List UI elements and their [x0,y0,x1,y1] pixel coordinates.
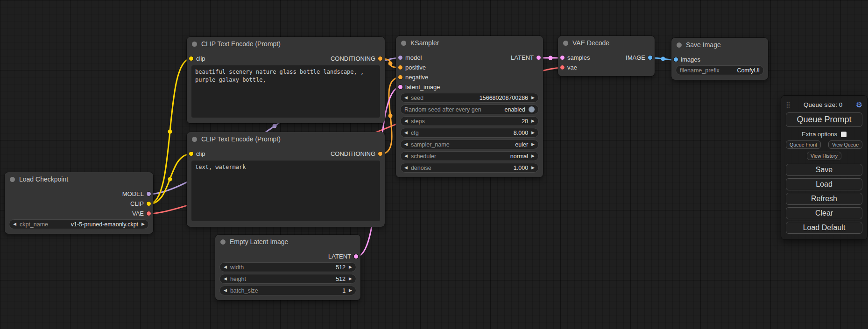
vae-input-dot[interactable] [560,65,565,70]
node-title-bar[interactable]: CLIP Text Encode (Prompt) [187,132,385,146]
arrow-right-icon[interactable]: ▶ [531,119,535,123]
arrow-left-icon[interactable]: ◀ [13,222,16,226]
arrow-right-icon[interactable]: ▶ [349,277,352,281]
steps-widget[interactable]: ◀ steps 20 ▶ [400,116,539,126]
view-queue-button[interactable]: View Queue [828,140,862,149]
arrow-left-icon[interactable]: ◀ [224,277,227,281]
positive-input-dot[interactable] [398,65,402,70]
input-slot-clip[interactable]: clip [189,150,205,157]
arrow-right-icon[interactable]: ▶ [349,265,352,269]
arrow-left-icon[interactable]: ◀ [404,154,408,158]
input-slot-model[interactable]: model [398,54,422,61]
prompt-textarea[interactable]: beautiful scenery nature glass bottle la… [191,65,380,118]
arrow-right-icon[interactable]: ▶ [531,142,535,147]
vae-output-dot[interactable] [147,211,151,216]
node-ksampler[interactable]: KSampler model LATENT positive [396,36,543,177]
collapse-dot-icon[interactable] [192,42,197,47]
refresh-button[interactable]: Refresh [786,193,862,205]
node-title-bar[interactable]: Empty Latent Image [215,235,360,249]
output-slot-conditioning[interactable]: CONDITIONING [331,150,382,157]
seed-widget[interactable]: ◀ seed 156680208700286 ▶ [400,93,539,103]
scheduler-widget[interactable]: ◀ scheduler normal ▶ [400,151,539,161]
batch-size-widget[interactable]: ◀ batch_size 1 ▶ [219,286,356,295]
output-slot-model[interactable]: MODEL [122,190,151,197]
arrow-right-icon[interactable]: ▶ [531,131,535,135]
clip-output-dot[interactable] [147,202,151,206]
height-widget[interactable]: ◀ height 512 ▶ [219,274,356,284]
queue-menu-panel[interactable]: ⣿ Queue size: 0 ⚙ Queue Prompt Extra opt… [781,95,868,240]
arrow-left-icon[interactable]: ◀ [404,166,408,170]
random-seed-toggle-widget[interactable]: Random seed after every gen enabled [400,105,539,114]
conditioning-output-dot[interactable] [378,56,382,61]
input-slot-samples[interactable]: samples [560,54,590,61]
node-save-image[interactable]: Save Image images filename_prefix ComfyU… [671,38,768,80]
node-clip-text-encode-negative[interactable]: CLIP Text Encode (Prompt) clip CONDITION… [187,132,385,227]
arrow-left-icon[interactable]: ◀ [404,131,408,135]
load-default-button[interactable]: Load Default [786,222,862,234]
extra-options-checkbox[interactable] [841,132,847,137]
image-output-dot[interactable] [648,56,652,60]
denoise-widget[interactable]: ◀ denoise 1.000 ▶ [400,163,539,173]
output-slot-latent[interactable]: LATENT [328,253,358,260]
node-title-bar[interactable]: Save Image [671,38,768,52]
collapse-dot-icon[interactable] [677,42,682,48]
queue-front-button[interactable]: Queue Front [786,140,821,149]
output-slot-conditioning[interactable]: CONDITIONING [331,55,382,62]
save-button[interactable]: Save [786,164,862,176]
collapse-dot-icon[interactable] [563,41,568,46]
collapse-dot-icon[interactable] [192,137,197,142]
toggle-dot-icon[interactable] [529,106,535,112]
node-title-bar[interactable]: Load Checkpoint [5,172,153,186]
collapse-dot-icon[interactable] [401,41,406,46]
view-history-button[interactable]: View History [807,152,841,160]
queue-prompt-button[interactable]: Queue Prompt [786,112,862,127]
node-clip-text-encode-positive[interactable]: CLIP Text Encode (Prompt) clip CONDITION… [187,37,385,123]
node-title-bar[interactable]: VAE Decode [558,36,655,50]
output-slot-image[interactable]: IMAGE [626,54,652,61]
model-input-dot[interactable] [398,56,402,60]
node-graph-canvas[interactable]: Load Checkpoint MODEL CLIP VAE [0,0,868,329]
arrow-left-icon[interactable]: ◀ [404,96,408,100]
ckpt-name-widget[interactable]: ◀ ckpt_name v1-5-pruned-emaonly.ckpt ▶ [9,219,149,229]
width-widget[interactable]: ◀ width 512 ▶ [219,262,356,272]
cfg-widget[interactable]: ◀ cfg 8.000 ▶ [400,128,539,138]
samples-input-dot[interactable] [560,56,565,60]
node-empty-latent-image[interactable]: Empty Latent Image LATENT ◀ width 512 ▶ … [215,235,360,300]
input-slot-negative[interactable]: negative [398,74,428,81]
arrow-left-icon[interactable]: ◀ [224,265,227,269]
output-slot-clip[interactable]: CLIP [130,200,151,207]
latent-output-dot[interactable] [536,56,541,60]
input-slot-latent-image[interactable]: latent_image [398,84,440,91]
input-slot-positive[interactable]: positive [398,64,426,71]
clip-input-dot[interactable] [189,56,193,61]
input-slot-clip[interactable]: clip [189,55,205,62]
sampler-name-widget[interactable]: ◀ sampler_name euler ▶ [400,140,539,149]
negative-input-dot[interactable] [398,75,402,79]
clear-button[interactable]: Clear [786,207,862,219]
clip-input-dot[interactable] [189,152,193,156]
model-output-dot[interactable] [147,192,151,196]
node-title-bar[interactable]: CLIP Text Encode (Prompt) [187,37,385,51]
output-slot-latent[interactable]: LATENT [511,54,541,61]
latent-output-dot[interactable] [354,254,358,259]
arrow-right-icon[interactable]: ▶ [531,96,535,100]
collapse-dot-icon[interactable] [10,177,15,182]
arrow-right-icon[interactable]: ▶ [531,154,535,158]
arrow-left-icon[interactable]: ◀ [404,119,408,123]
images-input-dot[interactable] [674,57,678,62]
settings-gear-icon[interactable]: ⚙ [856,100,862,109]
load-button[interactable]: Load [786,178,862,190]
node-load-checkpoint[interactable]: Load Checkpoint MODEL CLIP VAE [5,172,153,234]
collapse-dot-icon[interactable] [220,239,226,245]
arrow-right-icon[interactable]: ▶ [531,166,535,170]
drag-handle-icon[interactable]: ⣿ [786,101,790,108]
node-vae-decode[interactable]: VAE Decode samples IMAGE vae [558,36,655,76]
arrow-right-icon[interactable]: ▶ [349,288,352,293]
node-title-bar[interactable]: KSampler [396,36,543,50]
input-slot-images[interactable]: images [674,56,700,63]
output-slot-vae[interactable]: VAE [132,210,151,217]
latent-image-input-dot[interactable] [398,85,402,89]
arrow-right-icon[interactable]: ▶ [141,222,145,226]
arrow-left-icon[interactable]: ◀ [404,142,408,147]
arrow-left-icon[interactable]: ◀ [224,288,227,293]
